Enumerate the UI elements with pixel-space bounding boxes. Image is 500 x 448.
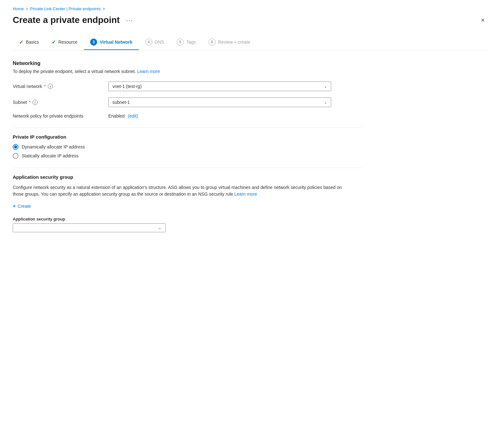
page-header-left: Create a private endpoint ··· (13, 15, 136, 25)
breadcrumb-sep1: > (26, 6, 28, 11)
tab-dns-circle: 4 (145, 39, 152, 46)
asg-section: Application security group Configure net… (13, 174, 363, 232)
virtual-network-required: * (44, 84, 46, 89)
subnet-info-icon[interactable]: i (32, 100, 38, 105)
subnet-control: subnet-1 ⌄ (108, 98, 331, 107)
radio-static-label: Statically allocate IP address (22, 153, 79, 158)
asg-field-wrap: Application security group ⌄ (13, 217, 363, 232)
private-ip-section: Private IP configuration Dynamically all… (13, 134, 363, 159)
virtual-network-label: Virtual network * i (13, 84, 102, 89)
tab-review-create[interactable]: 6 Review + create (202, 35, 257, 50)
asg-create-button[interactable]: + Create (13, 203, 31, 209)
network-policy-label: Network policy for private endpoints (13, 113, 102, 119)
asg-description: Configure network security as a natural … (13, 184, 347, 198)
radio-dynamic[interactable]: Dynamically allocate IP address (13, 144, 363, 150)
networking-title: Networking (13, 61, 363, 66)
tab-dns-label: DNS (155, 40, 164, 45)
asg-field-label: Application security group (13, 217, 363, 221)
tab-tags-circle: 5 (177, 39, 184, 46)
radio-dynamic-label: Dynamically allocate IP address (22, 144, 85, 149)
wizard-tabs: ✓ Basics ✓ Resource 3 Virtual Network 4 … (13, 35, 487, 50)
radio-static-circle (13, 153, 18, 159)
main-content: Networking To deploy the private endpoin… (13, 61, 363, 232)
breadcrumb-private-link[interactable]: Private Link Center | Private endpoints (30, 6, 101, 11)
asg-learn-more[interactable]: Learn more (234, 191, 257, 197)
tab-tags[interactable]: 5 Tags (170, 35, 202, 50)
page-header: Create a private endpoint ··· × (13, 15, 487, 25)
radio-static[interactable]: Statically allocate IP address (13, 153, 363, 159)
tab-tags-label: Tags (186, 40, 196, 45)
more-options-button[interactable]: ··· (124, 15, 136, 25)
virtual-network-info-icon[interactable]: i (48, 84, 53, 89)
tab-basics-check: ✓ (19, 39, 23, 45)
private-ip-radio-group: Dynamically allocate IP address Statical… (13, 144, 363, 159)
plus-icon: + (13, 203, 16, 209)
network-policy-row: Network policy for private endpoints Ena… (13, 113, 363, 119)
networking-section: Networking To deploy the private endpoin… (13, 61, 363, 74)
network-policy-edit[interactable]: (edit) (128, 113, 138, 119)
subnet-required: * (29, 100, 30, 105)
breadcrumb: Home > Private Link Center | Private end… (13, 6, 487, 11)
virtual-network-row: Virtual network * i vnet-1 (test-rg) ⌄ (13, 82, 363, 91)
networking-learn-more[interactable]: Learn more (137, 69, 160, 74)
tab-basics-label: Basics (26, 40, 39, 45)
radio-dynamic-inner (14, 145, 17, 148)
tab-resource[interactable]: ✓ Resource (45, 35, 84, 50)
subnet-value: subnet-1 (112, 100, 130, 105)
virtual-network-value: vnet-1 (test-rg) (112, 84, 142, 89)
divider-1 (13, 127, 363, 128)
tab-basics[interactable]: ✓ Basics (13, 35, 45, 50)
virtual-network-chevron-icon: ⌄ (324, 84, 327, 89)
breadcrumb-home[interactable]: Home (13, 6, 24, 11)
tab-review-create-label: Review + create (218, 40, 250, 45)
divider-2 (13, 168, 363, 168)
network-policy-value: Enabled (edit) (108, 113, 138, 119)
tab-virtual-network-circle: 3 (90, 39, 97, 46)
asg-title: Application security group (13, 174, 363, 180)
tab-review-circle: 6 (209, 39, 216, 46)
virtual-network-control: vnet-1 (test-rg) ⌄ (108, 82, 331, 91)
virtual-network-dropdown[interactable]: vnet-1 (test-rg) ⌄ (108, 82, 331, 91)
networking-description: To deploy the private endpoint, select a… (13, 69, 363, 74)
private-ip-title: Private IP configuration (13, 134, 363, 140)
asg-create-label: Create (18, 204, 31, 209)
subnet-row: Subnet * i subnet-1 ⌄ (13, 98, 363, 107)
asg-chevron-icon: ⌄ (158, 226, 161, 230)
breadcrumb-sep2: > (103, 6, 105, 11)
asg-dropdown[interactable]: ⌄ (13, 223, 166, 232)
page-title: Create a private endpoint (13, 15, 120, 25)
tab-virtual-network[interactable]: 3 Virtual Network (84, 35, 139, 50)
tab-resource-label: Resource (58, 40, 77, 45)
tab-virtual-network-label: Virtual Network (100, 40, 132, 45)
subnet-dropdown[interactable]: subnet-1 ⌄ (108, 98, 331, 107)
subnet-chevron-icon: ⌄ (324, 100, 327, 105)
tab-dns[interactable]: 4 DNS (139, 35, 171, 50)
subnet-label: Subnet * i (13, 100, 102, 105)
tab-resource-check: ✓ (52, 39, 56, 45)
close-button[interactable]: × (478, 16, 487, 25)
radio-dynamic-circle (13, 144, 18, 150)
